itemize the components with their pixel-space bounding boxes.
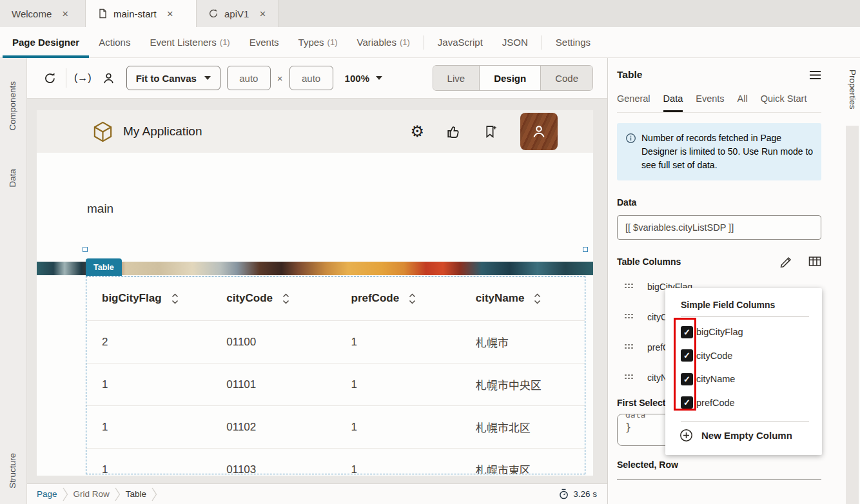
table-row[interactable]: 1 01101 1 札幌市中央区: [86, 363, 585, 405]
designer-toolbar: (→) Fit to Canvas auto × auto 100% Live: [27, 58, 607, 98]
mode-code-button[interactable]: Code: [541, 66, 592, 90]
nav-tab-javascript[interactable]: JavaScript: [428, 27, 493, 58]
app-header-icons: ⚙: [410, 113, 558, 150]
properties-header: Table: [617, 69, 821, 81]
column-header-citycode[interactable]: cityCode: [211, 292, 335, 305]
page-body: main Table bigCityFlag: [37, 153, 593, 476]
close-icon[interactable]: ×: [259, 8, 266, 19]
nav-tab-variables[interactable]: Variables (1): [347, 27, 419, 58]
properties-tab-data[interactable]: Data: [663, 93, 683, 112]
sort-icon[interactable]: [533, 293, 542, 305]
divider: [424, 35, 424, 50]
scrollbar[interactable]: [846, 126, 859, 504]
drag-handle-icon[interactable]: [625, 344, 634, 351]
thumbs-up-icon[interactable]: [445, 124, 462, 140]
nav-tab-types[interactable]: Types (1): [289, 27, 347, 58]
gear-icon[interactable]: ⚙: [410, 124, 424, 139]
breadcrumb-table[interactable]: Table: [126, 489, 146, 499]
table-columns-header: Table Columns: [617, 255, 821, 267]
option-prefcode[interactable]: ✓ prefCode: [665, 391, 822, 415]
nav-tab-event-listeners[interactable]: Event Listeners (1): [140, 27, 239, 58]
selection-handle[interactable]: [583, 247, 588, 252]
table-row[interactable]: 1 01103 1 札幌市東区: [86, 448, 585, 474]
table-row[interactable]: 1 01102 1 札幌市北区: [86, 405, 585, 448]
drag-handle-icon[interactable]: [625, 284, 634, 290]
option-bigcityflag[interactable]: ✓ bigCityFlag: [665, 320, 822, 344]
nav-tab-json[interactable]: JSON: [493, 27, 538, 58]
breadcrumb-grid-row[interactable]: Grid Row: [73, 489, 110, 499]
sort-icon[interactable]: [171, 293, 179, 305]
nav-tab-page-designer[interactable]: Page Designer: [3, 27, 89, 58]
editor-tabbar: Welcome × main-start × apiV1 ×: [0, 0, 860, 27]
selection-handle[interactable]: [83, 247, 88, 252]
rail-tab-properties[interactable]: Properties: [848, 70, 857, 110]
menu-icon[interactable]: [809, 70, 821, 80]
selected-row-label: Selected, Row: [617, 460, 821, 470]
app-title: My Application: [123, 124, 202, 139]
rail-tab-structure[interactable]: Structure: [8, 453, 17, 489]
nav-tab-events[interactable]: Events: [240, 27, 289, 58]
edit-icon[interactable]: [779, 255, 792, 267]
checkbox-checked[interactable]: ✓: [681, 349, 693, 362]
checkbox-checked[interactable]: ✓: [681, 396, 693, 409]
column-header-prefcode[interactable]: prefCode: [336, 292, 460, 305]
avatar[interactable]: [520, 113, 558, 150]
nav-tab-settings[interactable]: Settings: [546, 27, 600, 58]
tab-welcome-label: Welcome: [12, 8, 52, 19]
nav-tab-actions[interactable]: Actions: [89, 27, 140, 58]
table-row[interactable]: 2 01100 1 札幌市: [86, 320, 585, 363]
status-bar: Page Grid Row Table 3.26 s: [27, 483, 607, 504]
tab-main-start-label: main-start: [113, 8, 157, 19]
canvas-width-input[interactable]: auto: [227, 66, 271, 90]
go-to-action-icon[interactable]: (→): [74, 72, 92, 84]
sort-icon[interactable]: [408, 293, 416, 305]
bookmark-add-icon[interactable]: [483, 124, 499, 140]
option-citycode[interactable]: ✓ cityCode: [665, 344, 822, 368]
tab-welcome[interactable]: Welcome ×: [0, 0, 86, 27]
page-heading: main: [87, 202, 113, 216]
chevron-right-icon: [115, 487, 121, 502]
sort-icon[interactable]: [282, 293, 290, 305]
breadcrumb-page[interactable]: Page: [37, 489, 57, 499]
properties-tab-general[interactable]: General: [617, 93, 650, 112]
new-empty-column-button[interactable]: New Empty Column: [665, 429, 822, 442]
data-field-label: Data: [617, 197, 821, 208]
properties-tab-quick-start[interactable]: Quick Start: [761, 93, 807, 112]
column-header-bigcityflag[interactable]: bigCityFlag: [86, 292, 211, 305]
vbcs-window: Welcome × main-start × apiV1 × Page Desi…: [0, 0, 860, 504]
zoom-dropdown[interactable]: 100%: [345, 73, 382, 84]
table-columns-label: Table Columns: [617, 257, 681, 267]
table-header-row: bigCityFlag cityCode prefCode: [86, 276, 585, 320]
app-preview: My Application ⚙: [37, 110, 593, 476]
rail-tab-components[interactable]: Components: [8, 81, 17, 131]
refresh-icon[interactable]: [40, 68, 59, 88]
close-icon[interactable]: ×: [62, 8, 68, 19]
mode-live-button[interactable]: Live: [433, 66, 480, 90]
user-mode-icon[interactable]: [99, 68, 119, 88]
data-expression-input[interactable]: [[ $variables.cityListSDP ]]: [617, 215, 821, 240]
design-canvas: My Application ⚙: [27, 98, 607, 483]
popup-title: Simple Field Columns: [681, 300, 822, 310]
close-icon[interactable]: ×: [167, 8, 173, 19]
checkbox-checked[interactable]: ✓: [681, 373, 693, 385]
left-rail: Components Data Structure: [0, 58, 27, 504]
mode-design-button[interactable]: Design: [480, 66, 541, 90]
page-icon: [97, 8, 108, 19]
manage-columns-icon[interactable]: [808, 255, 821, 267]
stopwatch-icon: [558, 489, 569, 499]
canvas-height-input[interactable]: auto: [289, 66, 333, 90]
properties-tab-all[interactable]: All: [738, 93, 748, 112]
column-header-cityname[interactable]: cityName: [460, 292, 585, 305]
rail-tab-data[interactable]: Data: [8, 169, 17, 188]
tab-apiv1-label: apiV1: [224, 8, 249, 19]
checkbox-checked[interactable]: ✓: [681, 326, 693, 338]
render-time: 3.26 s: [558, 489, 597, 499]
properties-tab-events[interactable]: Events: [696, 93, 724, 112]
tab-apiv1[interactable]: apiV1 ×: [197, 0, 279, 27]
drag-handle-icon[interactable]: [625, 374, 634, 381]
tab-main-start[interactable]: main-start ×: [86, 0, 197, 27]
canvas-table[interactable]: bigCityFlag cityCode prefCode: [86, 276, 585, 474]
fit-to-canvas-dropdown[interactable]: Fit to Canvas: [126, 66, 220, 90]
drag-handle-icon[interactable]: [625, 314, 634, 320]
option-cityname[interactable]: ✓ cityName: [665, 367, 822, 391]
